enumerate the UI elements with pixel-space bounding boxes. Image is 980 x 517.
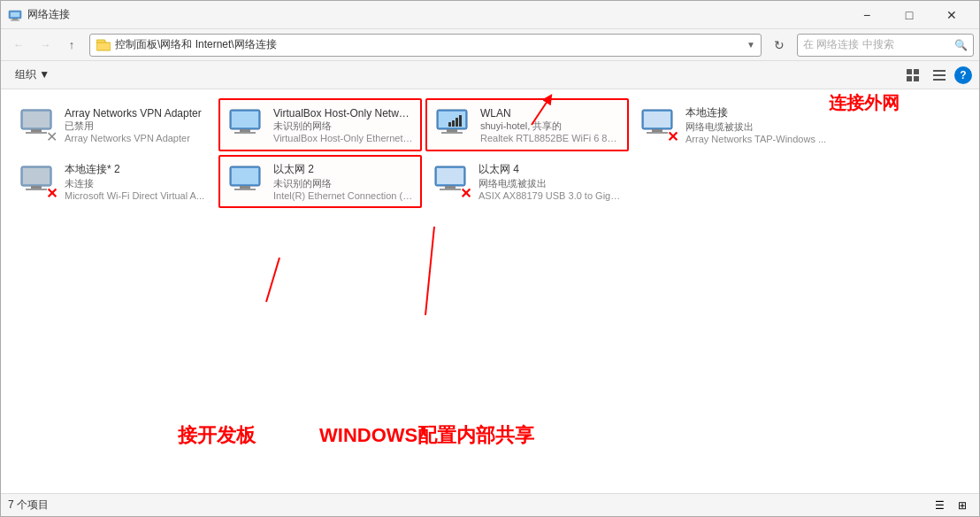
svg-rect-9 (914, 76, 919, 81)
title-bar-controls: − □ ✕ (846, 1, 972, 29)
local-conn2-name: 本地连接* 2 (65, 162, 208, 177)
network-item-virtualbox[interactable]: VirtualBox Host-Only Network 未识别的网络 Virt… (218, 98, 422, 151)
svg-rect-8 (907, 76, 912, 81)
network-grid: ✕ Array Networks VPN Adapter 已禁用 Array N… (11, 98, 969, 208)
svg-rect-19 (232, 112, 258, 127)
ethernet2-desc: Intel(R) Ethernet Connection (N... (273, 190, 413, 201)
virtualbox-status: 未识别的网络 (273, 120, 413, 133)
network-item-local-conn[interactable]: ✕ 本地连接 网络电缆被拔出 Array Networks TAP-Window… (632, 98, 836, 151)
local-conn-status: 网络电缆被拔出 (685, 120, 829, 134)
svg-rect-38 (21, 166, 51, 186)
up-button[interactable]: ↑ (59, 33, 84, 58)
svg-rect-46 (440, 189, 461, 190)
wlan-desc: Realtek RTL8852BE WiFi 6 802... (480, 133, 620, 143)
status-right: ☰ ⊞ (930, 496, 972, 515)
svg-rect-45 (445, 186, 456, 189)
view-details-button[interactable] (928, 64, 951, 87)
local-conn2-icon-wrap: ✕ (19, 162, 57, 201)
nav-bar: ← → ↑ 控制面板\网络和 Internet\网络连接 ▼ ↻ 在 网络连接 … (1, 29, 979, 61)
title-bar: 网络连接 − □ ✕ (1, 1, 979, 29)
network-item-wlan[interactable]: WLAN shuyi-hotel, 共享的 Realtek RTL8852BE … (425, 98, 629, 151)
address-dropdown-icon[interactable]: ▼ (746, 40, 755, 50)
svg-rect-11 (933, 74, 946, 76)
network-item-ethernet4[interactable]: ✕ 以太网 4 网络电缆被拔出 ASIX AX88179 USB 3.0 to … (425, 155, 629, 208)
toolbar: 组织 ▼ ? (1, 61, 979, 89)
annotation-windows-config: WINDOWS配置内部共享 (319, 422, 534, 449)
minimize-button[interactable]: − (846, 1, 887, 29)
local-conn-info: 本地连接 网络电缆被拔出 Array Networks TAP-Windows … (685, 105, 829, 144)
ethernet2-info: 以太网 2 未识别的网络 Intel(R) Ethernet Connectio… (273, 162, 413, 201)
ethernet4-status: 网络电缆被拔出 (479, 177, 622, 190)
search-icon[interactable]: 🔍 (954, 39, 968, 51)
main-content: ✕ Array Networks VPN Adapter 已禁用 Array N… (1, 89, 979, 493)
ethernet4-status-icon: ✕ (460, 187, 471, 201)
wlan-icon-wrap (434, 105, 473, 144)
virtualbox-desc: VirtualBox Host-Only Ethernet ... (273, 133, 413, 143)
svg-rect-44 (437, 168, 463, 184)
search-bar[interactable]: 在 网络连接 中搜索 🔍 (797, 34, 974, 57)
svg-rect-32 (652, 129, 662, 132)
address-text: 控制面板\网络和 Internet\网络连接 (115, 37, 746, 52)
array-vpn-icon-wrap: ✕ (19, 105, 57, 144)
back-button[interactable]: ← (6, 33, 31, 58)
svg-rect-15 (31, 129, 42, 132)
title-bar-text: 网络连接 (27, 7, 846, 22)
svg-rect-33 (647, 132, 668, 134)
svg-rect-31 (644, 112, 670, 127)
svg-rect-20 (240, 129, 250, 132)
local-conn-desc: Array Networks TAP-Windows ... (685, 134, 829, 144)
svg-rect-5 (96, 42, 111, 50)
local-conn2-status: 未连接 (65, 177, 208, 190)
svg-rect-25 (441, 132, 463, 134)
address-bar: 控制面板\网络和 Internet\网络连接 ▼ (89, 34, 762, 57)
array-vpn-status-icon: ✕ (46, 130, 57, 144)
local-conn2-desc: Microsoft Wi-Fi Direct Virtual A... (65, 190, 208, 201)
wlan-status: shuyi-hotel, 共享的 (480, 120, 620, 133)
local-conn2-status-icon: ✕ (46, 187, 57, 201)
svg-rect-7 (914, 69, 919, 74)
svg-rect-1 (11, 12, 19, 17)
ethernet2-status: 未识别的网络 (273, 177, 413, 190)
virtualbox-name: VirtualBox Host-Only Network (273, 107, 413, 120)
svg-line-48 (266, 258, 279, 302)
status-count: 7 个项目 (8, 498, 49, 513)
local-conn2-info: 本地连接* 2 未连接 Microsoft Wi-Fi Direct Virtu… (65, 162, 208, 201)
organize-button[interactable]: 组织 ▼ (8, 64, 57, 87)
refresh-button[interactable]: ↻ (767, 34, 792, 57)
svg-rect-28 (456, 118, 458, 127)
ethernet4-info: 以太网 4 网络电缆被拔出 ASIX AX88179 USB 3.0 to Gi… (479, 162, 622, 201)
svg-rect-6 (907, 69, 912, 74)
svg-rect-21 (234, 132, 256, 134)
help-button[interactable]: ? (954, 66, 972, 84)
forward-button[interactable]: → (33, 33, 57, 58)
array-vpn-info: Array Networks VPN Adapter 已禁用 Array Net… (65, 107, 208, 143)
svg-rect-26 (448, 122, 451, 127)
close-button[interactable]: ✕ (931, 1, 972, 29)
local-conn-icon-wrap: ✕ (639, 105, 678, 144)
view-options-button[interactable] (901, 64, 924, 87)
svg-line-49 (425, 227, 434, 315)
status-bar: 7 个项目 ☰ ⊞ (1, 493, 979, 516)
window: 网络连接 − □ ✕ ← → ↑ 控制面板\网络和 Internet\网络连接 … (0, 0, 980, 517)
status-view-grid-button[interactable]: ⊞ (953, 496, 972, 515)
svg-rect-36 (31, 186, 42, 189)
wlan-info: WLAN shuyi-hotel, 共享的 Realtek RTL8852BE … (480, 107, 620, 143)
svg-rect-16 (26, 132, 47, 134)
status-view-list-button[interactable]: ☰ (930, 496, 949, 515)
maximize-button[interactable]: □ (889, 1, 930, 29)
ethernet4-icon-wrap: ✕ (433, 162, 471, 201)
toolbar-right: ? (901, 64, 972, 87)
svg-rect-17 (21, 110, 51, 129)
svg-rect-40 (232, 168, 258, 184)
array-vpn-name: Array Networks VPN Adapter (65, 107, 208, 120)
svg-rect-27 (452, 120, 455, 127)
array-vpn-desc: Array Networks VPN Adapter (65, 133, 208, 143)
search-placeholder: 在 网络连接 中搜索 (803, 37, 954, 52)
network-item-array-vpn[interactable]: ✕ Array Networks VPN Adapter 已禁用 Array N… (11, 98, 215, 151)
svg-rect-42 (234, 189, 256, 190)
network-item-ethernet2[interactable]: 以太网 2 未识别的网络 Intel(R) Ethernet Connectio… (218, 155, 422, 208)
virtualbox-info: VirtualBox Host-Only Network 未识别的网络 Virt… (273, 107, 413, 143)
svg-rect-3 (11, 19, 19, 20)
network-item-local-conn2[interactable]: ✕ 本地连接* 2 未连接 Microsoft Wi-Fi Direct Vir… (11, 155, 215, 208)
ethernet2-icon-wrap (227, 162, 266, 201)
